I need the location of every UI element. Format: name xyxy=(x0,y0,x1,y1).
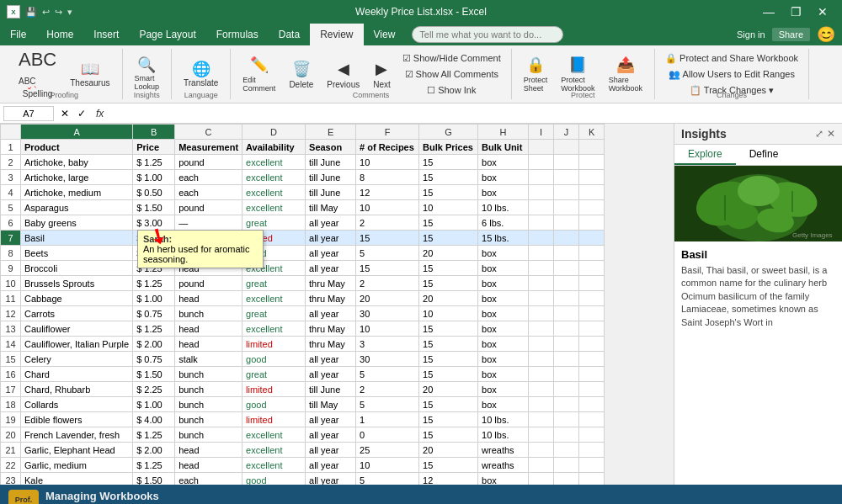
tell-me-box[interactable] xyxy=(405,24,737,45)
cell-K16[interactable] xyxy=(579,367,605,382)
cell-H4[interactable]: box xyxy=(478,185,529,200)
cell-K3[interactable] xyxy=(579,170,605,185)
cell-H12[interactable]: box xyxy=(478,306,529,321)
cell-F19[interactable]: 1 xyxy=(356,412,419,427)
cell-J10[interactable] xyxy=(554,276,579,291)
col-header-e[interactable]: E xyxy=(306,125,356,140)
cancel-formula-btn[interactable]: ✕ xyxy=(57,106,72,121)
cell-E20[interactable]: all year xyxy=(306,427,356,443)
cell-H6[interactable]: 6 lbs. xyxy=(478,215,529,231)
cell-A10[interactable]: Brussels Sprouts xyxy=(21,276,133,291)
cell-H1[interactable]: Bulk Unit xyxy=(478,140,529,155)
cell-K5[interactable] xyxy=(579,200,605,215)
cell-F14[interactable]: 3 xyxy=(356,337,419,352)
cell-H11[interactable]: box xyxy=(478,291,529,306)
cell-K23[interactable] xyxy=(579,473,605,485)
cell-B1[interactable]: Price xyxy=(133,140,175,155)
cell-C15[interactable]: stalk xyxy=(175,352,242,367)
cell-G17[interactable]: 20 xyxy=(419,382,478,397)
tab-insert[interactable]: Insert xyxy=(83,24,129,45)
cell-D15[interactable]: good xyxy=(242,352,306,367)
cell-E7[interactable]: all year xyxy=(306,231,356,246)
cell-C19[interactable]: bunch xyxy=(175,412,242,427)
show-hide-comment-button[interactable]: ☑ Show/Hide Comment xyxy=(399,50,504,66)
signin-btn[interactable]: Sign in xyxy=(737,29,765,40)
cell-D19[interactable]: limited xyxy=(242,412,306,427)
cell-E13[interactable]: thru May xyxy=(306,321,356,337)
cell-B10[interactable]: $ 1.25 xyxy=(133,276,175,291)
spreadsheet[interactable]: A B C D E F G H I J K 1ProductPriceMeasu… xyxy=(0,124,674,485)
cell-F16[interactable]: 5 xyxy=(356,367,419,382)
cell-A1[interactable]: Product xyxy=(21,140,133,155)
cell-G11[interactable]: 20 xyxy=(419,291,478,306)
col-header-k[interactable]: K xyxy=(579,125,605,140)
cell-K20[interactable] xyxy=(579,427,605,443)
cell-D20[interactable]: excellent xyxy=(242,427,306,443)
cell-A20[interactable]: French Lavender, fresh xyxy=(21,427,133,443)
cell-A23[interactable]: Kale xyxy=(21,473,133,485)
cell-H9[interactable]: box xyxy=(478,261,529,276)
cell-I16[interactable] xyxy=(529,367,554,382)
cell-B23[interactable]: $ 1.50 xyxy=(133,473,175,485)
cell-C5[interactable]: pound xyxy=(175,200,242,215)
show-all-comments-button[interactable]: ☑ Show All Comments xyxy=(399,66,504,82)
cell-K22[interactable] xyxy=(579,458,605,473)
cell-E21[interactable]: all year xyxy=(306,443,356,458)
cell-D3[interactable]: excellent xyxy=(242,170,306,185)
cell-D4[interactable]: excellent xyxy=(242,185,306,200)
tab-review[interactable]: Review xyxy=(310,24,363,45)
cell-G21[interactable]: 20 xyxy=(419,443,478,458)
cell-K1[interactable] xyxy=(579,140,605,155)
cell-C22[interactable]: head xyxy=(175,458,242,473)
cell-C18[interactable]: bunch xyxy=(175,397,242,412)
col-header-j[interactable]: J xyxy=(554,125,579,140)
close-button[interactable]: ✕ xyxy=(810,0,835,24)
cell-K6[interactable] xyxy=(579,215,605,231)
allow-users-button[interactable]: 👥 Allow Users to Edit Ranges xyxy=(662,66,802,82)
cell-E11[interactable]: thru May xyxy=(306,291,356,306)
cell-A7[interactable]: Basil xyxy=(21,231,133,246)
cell-I10[interactable] xyxy=(529,276,554,291)
cell-J5[interactable] xyxy=(554,200,579,215)
cell-E5[interactable]: till May xyxy=(306,200,356,215)
cell-A12[interactable]: Carrots xyxy=(21,306,133,321)
col-header-f[interactable]: F xyxy=(356,125,419,140)
col-header-b[interactable]: B xyxy=(133,125,175,140)
cell-A16[interactable]: Chard xyxy=(21,367,133,382)
cell-G7[interactable]: 15 xyxy=(419,231,478,246)
cell-J12[interactable] xyxy=(554,306,579,321)
cell-H20[interactable]: 10 lbs. xyxy=(478,427,529,443)
cell-B5[interactable]: $ 1.50 xyxy=(133,200,175,215)
cell-G12[interactable]: 10 xyxy=(419,306,478,321)
quick-access-more[interactable]: ▾ xyxy=(67,7,72,18)
cell-C10[interactable]: pound xyxy=(175,276,242,291)
cell-G1[interactable]: Bulk Prices xyxy=(419,140,478,155)
cell-J7[interactable] xyxy=(554,231,579,246)
cell-I1[interactable] xyxy=(529,140,554,155)
cell-D2[interactable]: excellent xyxy=(242,155,306,170)
cell-J8[interactable] xyxy=(554,246,579,261)
cell-A22[interactable]: Garlic, medium xyxy=(21,458,133,473)
cell-K13[interactable] xyxy=(579,321,605,337)
col-header-i[interactable]: I xyxy=(529,125,554,140)
cell-C4[interactable]: each xyxy=(175,185,242,200)
cell-D12[interactable]: great xyxy=(242,306,306,321)
cell-F13[interactable]: 10 xyxy=(356,321,419,337)
protect-share-wb-button[interactable]: 🔒 Protect and Share Workbook xyxy=(662,50,802,66)
cell-J15[interactable] xyxy=(554,352,579,367)
cell-C3[interactable]: each xyxy=(175,170,242,185)
quick-access-redo[interactable]: ↪ xyxy=(55,7,62,18)
cell-F15[interactable]: 30 xyxy=(356,352,419,367)
quick-access-undo[interactable]: ↩ xyxy=(42,7,50,18)
cell-K2[interactable] xyxy=(579,155,605,170)
cell-B18[interactable]: $ 1.00 xyxy=(133,397,175,412)
cell-K10[interactable] xyxy=(579,276,605,291)
cell-I12[interactable] xyxy=(529,306,554,321)
cell-K9[interactable] xyxy=(579,261,605,276)
cell-F23[interactable]: 5 xyxy=(356,473,419,485)
cell-G23[interactable]: 12 xyxy=(419,473,478,485)
cell-B3[interactable]: $ 1.00 xyxy=(133,170,175,185)
cell-G20[interactable]: 15 xyxy=(419,427,478,443)
cell-J1[interactable] xyxy=(554,140,579,155)
tab-view[interactable]: View xyxy=(364,24,406,45)
